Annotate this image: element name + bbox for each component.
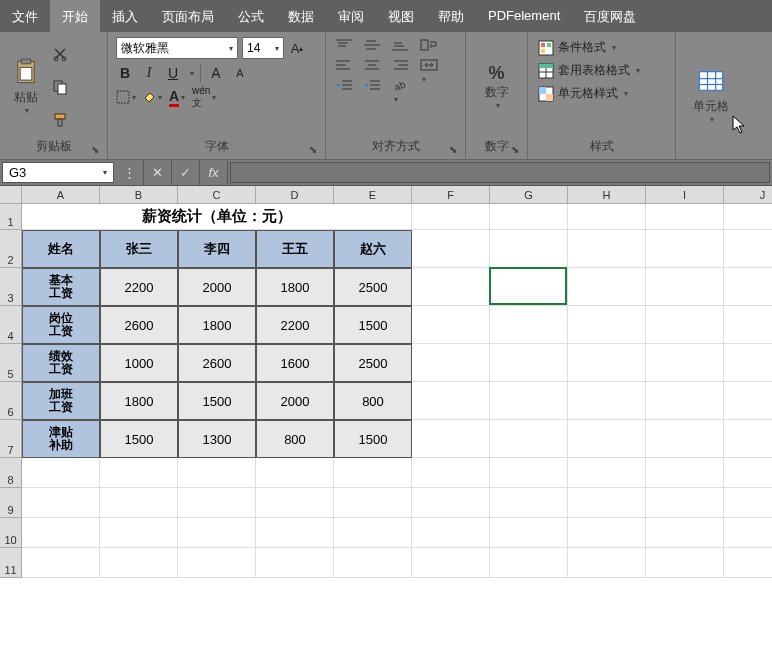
cell-I2[interactable]	[646, 230, 724, 268]
cell-H1[interactable]	[568, 204, 646, 230]
cell-E4[interactable]: 1500	[334, 306, 412, 344]
font-size-select[interactable]: 14▾	[242, 37, 284, 59]
formula-input[interactable]	[230, 162, 770, 183]
fill-color-button[interactable]: ▾	[142, 87, 162, 107]
font-name-select[interactable]: 微软雅黑▾	[116, 37, 238, 59]
cell-C4[interactable]: 1800	[178, 306, 256, 344]
cell-H8[interactable]	[568, 458, 646, 488]
increase-font-button[interactable]: A▴	[288, 38, 306, 58]
cells-button[interactable]: 单元格 ▾	[689, 37, 733, 153]
col-header-C[interactable]: C	[178, 186, 256, 204]
menu-item-6[interactable]: 审阅	[326, 0, 376, 32]
bold-button[interactable]: B	[116, 63, 134, 83]
cell-A5[interactable]: 绩效工资	[22, 344, 100, 382]
row-header-4[interactable]: 4	[0, 306, 22, 344]
align-bottom-button[interactable]	[392, 39, 410, 53]
cell-G11[interactable]	[490, 548, 568, 578]
cell-E11[interactable]	[334, 548, 412, 578]
cell-E9[interactable]	[334, 488, 412, 518]
cut-button[interactable]	[48, 43, 72, 65]
decrease-indent-button[interactable]	[336, 79, 354, 93]
border-button[interactable]: ▾	[116, 87, 136, 107]
cell-E5[interactable]: 2500	[334, 344, 412, 382]
cell-E10[interactable]	[334, 518, 412, 548]
cell-B4[interactable]: 2600	[100, 306, 178, 344]
cell-C6[interactable]: 1500	[178, 382, 256, 420]
cell-E6[interactable]: 800	[334, 382, 412, 420]
cell-J7[interactable]	[724, 420, 772, 458]
align-top-button[interactable]	[336, 39, 354, 53]
col-header-H[interactable]: H	[568, 186, 646, 204]
cell-G10[interactable]	[490, 518, 568, 548]
cell-B7[interactable]: 1500	[100, 420, 178, 458]
align-left-button[interactable]	[336, 59, 354, 73]
cell-C10[interactable]	[178, 518, 256, 548]
cell-D3[interactable]: 1800	[256, 268, 334, 306]
cell-G4[interactable]	[490, 306, 568, 344]
cell-I7[interactable]	[646, 420, 724, 458]
menu-item-8[interactable]: 帮助	[426, 0, 476, 32]
cell-B6[interactable]: 1800	[100, 382, 178, 420]
orientation-button[interactable]: ab▾	[392, 79, 410, 93]
cell-J11[interactable]	[724, 548, 772, 578]
cell-C8[interactable]	[178, 458, 256, 488]
cell-A7[interactable]: 津贴补助	[22, 420, 100, 458]
cell-J1[interactable]	[724, 204, 772, 230]
cell-E3[interactable]: 2500	[334, 268, 412, 306]
cell-A10[interactable]	[22, 518, 100, 548]
row-header-9[interactable]: 9	[0, 488, 22, 518]
font-color-button[interactable]: A▾	[168, 87, 186, 107]
confirm-fx-button[interactable]: ✓	[172, 160, 200, 185]
clipboard-launcher-icon[interactable]: ⬊	[91, 144, 99, 155]
cell-F11[interactable]	[412, 548, 490, 578]
wrap-text-button[interactable]	[420, 39, 438, 53]
cell-F4[interactable]	[412, 306, 490, 344]
row-header-11[interactable]: 11	[0, 548, 22, 578]
cell-J10[interactable]	[724, 518, 772, 548]
row-header-10[interactable]: 10	[0, 518, 22, 548]
row-header-2[interactable]: 2	[0, 230, 22, 268]
cell-H10[interactable]	[568, 518, 646, 548]
cell-J2[interactable]	[724, 230, 772, 268]
cell-F3[interactable]	[412, 268, 490, 306]
cell-C7[interactable]: 1300	[178, 420, 256, 458]
cell-D10[interactable]	[256, 518, 334, 548]
fx-button[interactable]: fx	[200, 160, 228, 185]
table-format-button[interactable]: 套用表格格式▾	[538, 62, 640, 79]
cell-C11[interactable]	[178, 548, 256, 578]
cell-F10[interactable]	[412, 518, 490, 548]
cell-B3[interactable]: 2200	[100, 268, 178, 306]
align-center-button[interactable]	[364, 59, 382, 73]
col-header-D[interactable]: D	[256, 186, 334, 204]
cancel-fx-button[interactable]: ✕	[144, 160, 172, 185]
cell-B9[interactable]	[100, 488, 178, 518]
cell-I5[interactable]	[646, 344, 724, 382]
col-header-A[interactable]: A	[22, 186, 100, 204]
cell-J6[interactable]	[724, 382, 772, 420]
cell-I11[interactable]	[646, 548, 724, 578]
cell-H3[interactable]	[568, 268, 646, 306]
cell-D8[interactable]	[256, 458, 334, 488]
align-right-button[interactable]	[392, 59, 410, 73]
increase-font-a-button[interactable]: A	[207, 63, 225, 83]
menu-item-0[interactable]: 文件	[0, 0, 50, 32]
cell-G3[interactable]	[490, 268, 568, 306]
cell-J5[interactable]	[724, 344, 772, 382]
cell-J9[interactable]	[724, 488, 772, 518]
phonetic-button[interactable]: wén文▾	[192, 87, 216, 107]
cell-G7[interactable]	[490, 420, 568, 458]
cell-B5[interactable]: 1000	[100, 344, 178, 382]
grid[interactable]: 薪资统计（单位：元）姓名张三李四王五赵六基本工资2200200018002500…	[22, 204, 772, 578]
cell-I8[interactable]	[646, 458, 724, 488]
cell-A1[interactable]: 薪资统计（单位：元）	[22, 204, 412, 230]
cell-H5[interactable]	[568, 344, 646, 382]
cell-I9[interactable]	[646, 488, 724, 518]
cell-E2[interactable]: 赵六	[334, 230, 412, 268]
cell-J3[interactable]	[724, 268, 772, 306]
cell-J8[interactable]	[724, 458, 772, 488]
cell-D7[interactable]: 800	[256, 420, 334, 458]
row-header-6[interactable]: 6	[0, 382, 22, 420]
cell-H2[interactable]	[568, 230, 646, 268]
menu-item-1[interactable]: 开始	[50, 0, 100, 32]
cell-F8[interactable]	[412, 458, 490, 488]
